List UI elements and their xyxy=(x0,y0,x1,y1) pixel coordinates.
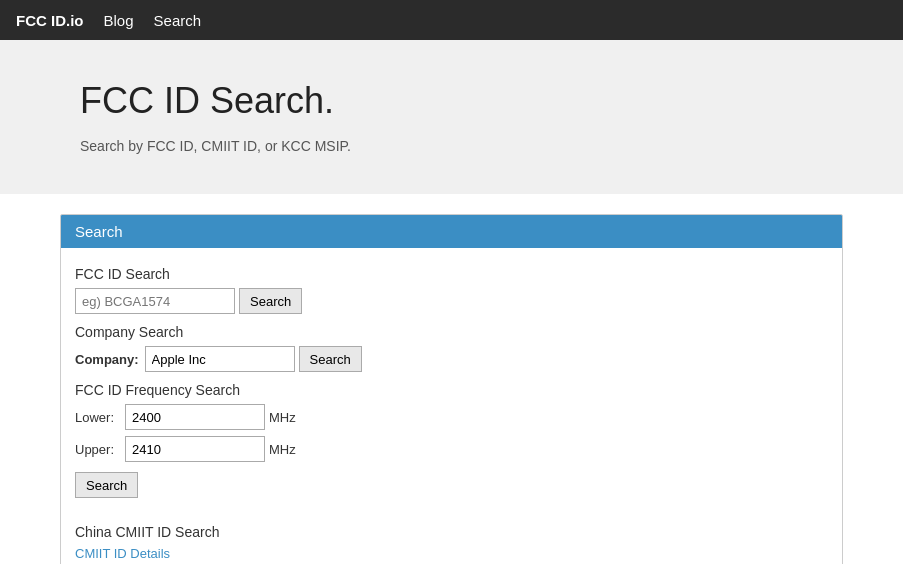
nav-brand[interactable]: FCC ID.io xyxy=(16,12,84,29)
lower-unit: MHz xyxy=(269,410,296,425)
company-search-button[interactable]: Search xyxy=(299,346,362,372)
upper-unit: MHz xyxy=(269,442,296,457)
upper-label: Upper: xyxy=(75,442,125,457)
freq-lower-row: Lower: MHz xyxy=(75,404,828,430)
search-card: Search FCC ID Search Search Company Sear… xyxy=(60,214,843,564)
cmiit-link[interactable]: CMIIT ID Details xyxy=(75,546,828,561)
company-section-title: Company Search xyxy=(75,324,828,340)
china-section: China CMIIT ID Search CMIIT ID Details S… xyxy=(75,516,828,564)
main-content: Search FCC ID Search Search Company Sear… xyxy=(0,194,903,564)
search-card-body: FCC ID Search Search Company Search Comp… xyxy=(61,248,842,564)
company-row: Company: Search xyxy=(75,346,828,372)
hero-subtitle: Search by FCC ID, CMIIT ID, or KCC MSIP. xyxy=(80,138,823,154)
freq-section-title: FCC ID Frequency Search xyxy=(75,382,828,398)
freq-lower-input[interactable] xyxy=(125,404,265,430)
search-card-header: Search xyxy=(61,215,842,248)
hero-title: FCC ID Search. xyxy=(80,80,823,122)
nav-blog[interactable]: Blog xyxy=(104,12,134,29)
fcc-id-search-button[interactable]: Search xyxy=(239,288,302,314)
navbar: FCC ID.io Blog Search xyxy=(0,0,903,40)
hero-section: FCC ID Search. Search by FCC ID, CMIIT I… xyxy=(0,40,903,194)
china-section-title: China CMIIT ID Search xyxy=(75,524,828,540)
nav-search[interactable]: Search xyxy=(154,12,202,29)
company-input[interactable] xyxy=(145,346,295,372)
company-label: Company: xyxy=(75,352,139,367)
freq-search-button[interactable]: Search xyxy=(75,472,138,498)
fcc-id-input[interactable] xyxy=(75,288,235,314)
freq-upper-input[interactable] xyxy=(125,436,265,462)
lower-label: Lower: xyxy=(75,410,125,425)
fcc-id-section-title: FCC ID Search xyxy=(75,266,828,282)
fcc-id-row: Search xyxy=(75,288,828,314)
freq-upper-row: Upper: MHz xyxy=(75,436,828,462)
